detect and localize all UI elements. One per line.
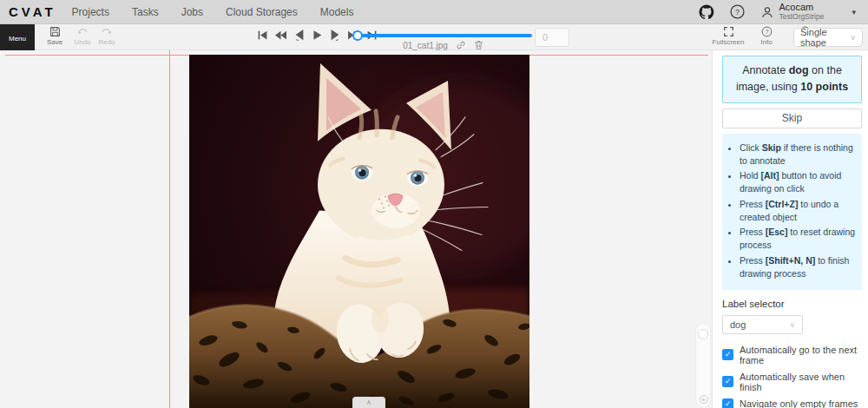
crosshair-vertical: [169, 50, 170, 408]
nav-item-cloud-storages[interactable]: Cloud Storages: [226, 6, 298, 18]
checkbox-checked-icon[interactable]: ✓: [722, 349, 733, 360]
prompt-label: dog: [789, 64, 809, 76]
chevron-down-icon: ∨: [850, 33, 856, 42]
checkbox-checked-icon[interactable]: ✓: [722, 376, 733, 387]
github-icon[interactable]: [699, 4, 714, 20]
checkbox-label: Automatically go to the next frame: [740, 345, 862, 365]
checkbox-label: Automatically save when finish: [740, 372, 862, 392]
tips-list: Click Skip if there is nothing to annota…: [726, 141, 857, 280]
chevron-up-icon: ∧: [366, 399, 372, 406]
save-button[interactable]: Save: [42, 26, 68, 46]
previous-frame-button[interactable]: [293, 29, 306, 41]
target-icon[interactable]: [700, 395, 708, 404]
annotation-toolbar: Menu Save Undo Redo 01_cat1.jpg: [0, 24, 868, 50]
info-icon: ?: [761, 26, 773, 37]
tip-item: Hold [Alt] button to avoid drawing on cl…: [740, 169, 857, 195]
cvat-app: CVAT ProjectsTasksJobsCloud StoragesMode…: [0, 0, 868, 408]
svg-text:?: ?: [765, 29, 768, 35]
mode-select[interactable]: Single shape ∨: [793, 28, 863, 47]
tip-item: Press [Esc] to reset drawing process: [740, 226, 857, 252]
header-right: ? Acocam TestOrgStripe ▾: [699, 3, 868, 20]
user-names: Acocam TestOrgStripe: [779, 3, 825, 20]
user-icon: [760, 5, 774, 19]
checkbox-navigate-only-empty-frames[interactable]: ✓Navigate only empty frames: [722, 398, 862, 408]
save-icon: [49, 26, 61, 37]
nav-item-jobs[interactable]: Jobs: [181, 6, 203, 18]
label-selector-dropdown[interactable]: dog ∨: [722, 315, 803, 334]
tips-box: Click Skip if there is nothing to annota…: [722, 134, 862, 290]
frame-number-input[interactable]: [535, 28, 569, 47]
redo-icon: [101, 26, 113, 37]
label-selector-value: dog: [730, 319, 746, 330]
cvat-logo[interactable]: CVAT: [9, 4, 56, 19]
next-frame-button[interactable]: [329, 29, 341, 41]
tip-item: Click Skip if there is nothing to annota…: [740, 141, 857, 168]
single-shape-sidebar: Annotate dog on the image, using 10 poin…: [712, 50, 868, 408]
menu-button[interactable]: Menu: [0, 24, 35, 50]
tip-item: Press [Shift+N, N] to finish drawing pro…: [740, 254, 857, 280]
annotation-canvas[interactable]: ∧: [0, 50, 712, 408]
checkbox-checked-icon[interactable]: ✓: [722, 398, 733, 408]
user-org: TestOrgStripe: [779, 13, 825, 21]
fullscreen-icon: [723, 26, 734, 37]
fullscreen-button[interactable]: Fullscreen: [715, 26, 741, 46]
kitten-photo[interactable]: [189, 55, 529, 408]
nav-item-projects[interactable]: Projects: [72, 6, 109, 18]
backward-jump-button[interactable]: [274, 30, 287, 41]
frame-link-icon[interactable]: [456, 40, 466, 50]
nav-item-models[interactable]: Models: [320, 6, 354, 18]
label-selector-title: Label selector: [722, 299, 862, 309]
top-nav-bar: CVAT ProjectsTasksJobsCloud StoragesMode…: [0, 0, 868, 24]
redo-button[interactable]: Redo: [94, 26, 120, 46]
frame-slider[interactable]: [354, 34, 532, 37]
info-button[interactable]: ? Info: [753, 26, 779, 46]
user-caret-icon[interactable]: ▾: [852, 8, 856, 16]
first-frame-button[interactable]: [257, 30, 268, 41]
vertical-slider-widget[interactable]: [695, 323, 711, 408]
checkbox-automatically-go-to-the-next-frame[interactable]: ✓Automatically go to the next frame: [722, 345, 862, 365]
main-nav: ProjectsTasksJobsCloud StoragesModels: [72, 6, 354, 18]
undo-button[interactable]: Undo: [69, 26, 95, 46]
help-icon[interactable]: ?: [730, 4, 745, 19]
nav-item-tasks[interactable]: Tasks: [132, 6, 159, 18]
tip-item: Press [Ctrl+Z] to undo a created object: [740, 198, 857, 224]
options-list: ✓Automatically go to the next frame✓Auto…: [722, 345, 862, 408]
collapse-canvas-tab[interactable]: ∧: [352, 397, 385, 408]
svg-text:?: ?: [734, 8, 739, 16]
checkbox-label: Navigate only empty frames: [740, 398, 858, 408]
chevron-down-icon: ∨: [789, 320, 795, 329]
skip-button[interactable]: Skip: [722, 109, 862, 128]
play-button[interactable]: [312, 30, 323, 41]
frame-delete-icon[interactable]: [474, 40, 483, 50]
frame-filename: 01_cat1.jpg: [403, 41, 448, 50]
file-row: 01_cat1.jpg: [354, 40, 532, 50]
annotation-prompt: Annotate dog on the image, using 10 poin…: [722, 56, 862, 103]
undo-icon: [76, 26, 89, 37]
prompt-points: 10 points: [800, 81, 848, 93]
checkbox-automatically-save-when-finish[interactable]: ✓Automatically save when finish: [722, 372, 862, 392]
user-menu[interactable]: Acocam TestOrgStripe: [760, 3, 825, 20]
vertical-slider-handle[interactable]: [698, 329, 708, 339]
